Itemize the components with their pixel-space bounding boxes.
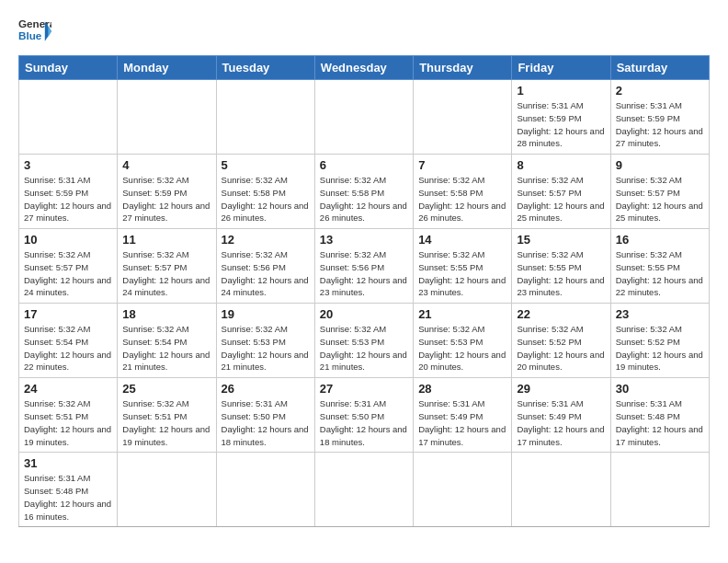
day-number: 8	[517, 158, 605, 172]
logo-icon: General Blue	[18, 15, 51, 48]
day-number: 19	[222, 307, 310, 321]
calendar-cell: 30Sunrise: 5:31 AM Sunset: 5:48 PM Dayli…	[610, 378, 709, 453]
week-row-6: 31Sunrise: 5:31 AM Sunset: 5:48 PM Dayli…	[19, 453, 710, 527]
day-number: 17	[24, 307, 112, 321]
weekday-header-tuesday: Tuesday	[216, 56, 314, 80]
day-info: Sunrise: 5:32 AM Sunset: 5:56 PM Dayligh…	[222, 248, 310, 299]
calendar-cell	[512, 453, 610, 527]
day-number: 11	[122, 233, 210, 247]
day-info: Sunrise: 5:32 AM Sunset: 5:59 PM Dayligh…	[122, 174, 210, 224]
calendar-cell	[414, 453, 512, 527]
weekday-header-friday: Friday	[512, 56, 610, 80]
weekday-header-saturday: Saturday	[610, 56, 709, 80]
calendar-cell: 28Sunrise: 5:31 AM Sunset: 5:49 PM Dayli…	[414, 378, 512, 453]
day-number: 28	[418, 382, 506, 396]
calendar-cell: 15Sunrise: 5:32 AM Sunset: 5:55 PM Dayli…	[512, 229, 610, 304]
calendar-cell: 3Sunrise: 5:31 AM Sunset: 5:59 PM Daylig…	[19, 155, 118, 229]
calendar-cell	[216, 453, 314, 527]
weekday-header-wednesday: Wednesday	[314, 56, 413, 80]
calendar-cell: 29Sunrise: 5:31 AM Sunset: 5:49 PM Dayli…	[512, 378, 610, 453]
day-info: Sunrise: 5:32 AM Sunset: 5:58 PM Dayligh…	[222, 174, 310, 224]
weekday-header-row: SundayMondayTuesdayWednesdayThursdayFrid…	[19, 56, 710, 80]
day-info: Sunrise: 5:31 AM Sunset: 5:48 PM Dayligh…	[616, 397, 704, 448]
day-info: Sunrise: 5:32 AM Sunset: 5:57 PM Dayligh…	[616, 174, 704, 224]
calendar-cell: 4Sunrise: 5:32 AM Sunset: 5:59 PM Daylig…	[118, 155, 216, 229]
day-number: 22	[517, 307, 605, 321]
day-info: Sunrise: 5:32 AM Sunset: 5:54 PM Dayligh…	[24, 323, 112, 373]
day-number: 21	[418, 307, 506, 321]
day-number: 3	[24, 158, 112, 172]
calendar-cell	[216, 80, 314, 155]
day-info: Sunrise: 5:31 AM Sunset: 5:48 PM Dayligh…	[24, 472, 112, 523]
header: General Blue	[18, 15, 710, 48]
day-info: Sunrise: 5:32 AM Sunset: 5:51 PM Dayligh…	[122, 397, 210, 448]
day-info: Sunrise: 5:32 AM Sunset: 5:55 PM Dayligh…	[517, 248, 605, 299]
day-number: 1	[517, 84, 605, 98]
week-row-4: 17Sunrise: 5:32 AM Sunset: 5:54 PM Dayli…	[19, 304, 710, 378]
calendar-cell	[314, 80, 413, 155]
calendar-cell: 31Sunrise: 5:31 AM Sunset: 5:48 PM Dayli…	[19, 453, 118, 527]
calendar-cell: 1Sunrise: 5:31 AM Sunset: 5:59 PM Daylig…	[512, 80, 610, 155]
day-info: Sunrise: 5:32 AM Sunset: 5:56 PM Dayligh…	[320, 248, 408, 299]
day-info: Sunrise: 5:32 AM Sunset: 5:52 PM Dayligh…	[616, 323, 704, 373]
week-row-3: 10Sunrise: 5:32 AM Sunset: 5:57 PM Dayli…	[19, 229, 710, 304]
day-info: Sunrise: 5:31 AM Sunset: 5:49 PM Dayligh…	[418, 397, 506, 448]
day-number: 13	[320, 233, 408, 247]
calendar-cell: 27Sunrise: 5:31 AM Sunset: 5:50 PM Dayli…	[314, 378, 413, 453]
calendar-table: SundayMondayTuesdayWednesdayThursdayFrid…	[18, 55, 710, 527]
day-info: Sunrise: 5:32 AM Sunset: 5:53 PM Dayligh…	[418, 323, 506, 373]
day-info: Sunrise: 5:32 AM Sunset: 5:57 PM Dayligh…	[517, 174, 605, 224]
day-number: 9	[616, 158, 704, 172]
day-number: 27	[320, 382, 408, 396]
calendar-cell: 13Sunrise: 5:32 AM Sunset: 5:56 PM Dayli…	[314, 229, 413, 304]
day-number: 6	[320, 158, 408, 172]
day-info: Sunrise: 5:31 AM Sunset: 5:59 PM Dayligh…	[24, 174, 112, 224]
weekday-header-monday: Monday	[118, 56, 216, 80]
weekday-header-sunday: Sunday	[19, 56, 118, 80]
day-info: Sunrise: 5:32 AM Sunset: 5:55 PM Dayligh…	[616, 248, 704, 299]
day-info: Sunrise: 5:32 AM Sunset: 5:58 PM Dayligh…	[320, 174, 408, 224]
calendar-cell: 17Sunrise: 5:32 AM Sunset: 5:54 PM Dayli…	[19, 304, 118, 378]
week-row-2: 3Sunrise: 5:31 AM Sunset: 5:59 PM Daylig…	[19, 155, 710, 229]
calendar-cell: 21Sunrise: 5:32 AM Sunset: 5:53 PM Dayli…	[414, 304, 512, 378]
calendar-cell: 11Sunrise: 5:32 AM Sunset: 5:57 PM Dayli…	[118, 229, 216, 304]
calendar-cell	[314, 453, 413, 527]
day-info: Sunrise: 5:32 AM Sunset: 5:57 PM Dayligh…	[122, 248, 210, 299]
day-info: Sunrise: 5:32 AM Sunset: 5:51 PM Dayligh…	[24, 397, 112, 448]
calendar-cell	[19, 80, 118, 155]
day-number: 15	[517, 233, 605, 247]
day-number: 18	[122, 307, 210, 321]
calendar-cell: 6Sunrise: 5:32 AM Sunset: 5:58 PM Daylig…	[314, 155, 413, 229]
day-number: 14	[418, 233, 506, 247]
weekday-header-thursday: Thursday	[414, 56, 512, 80]
calendar-cell: 9Sunrise: 5:32 AM Sunset: 5:57 PM Daylig…	[610, 155, 709, 229]
calendar-cell: 22Sunrise: 5:32 AM Sunset: 5:52 PM Dayli…	[512, 304, 610, 378]
calendar-cell: 18Sunrise: 5:32 AM Sunset: 5:54 PM Dayli…	[118, 304, 216, 378]
calendar-cell: 19Sunrise: 5:32 AM Sunset: 5:53 PM Dayli…	[216, 304, 314, 378]
day-number: 7	[418, 158, 506, 172]
calendar-cell: 10Sunrise: 5:32 AM Sunset: 5:57 PM Dayli…	[19, 229, 118, 304]
calendar-cell: 7Sunrise: 5:32 AM Sunset: 5:58 PM Daylig…	[414, 155, 512, 229]
day-info: Sunrise: 5:32 AM Sunset: 5:55 PM Dayligh…	[418, 248, 506, 299]
day-number: 23	[616, 307, 704, 321]
calendar-cell: 5Sunrise: 5:32 AM Sunset: 5:58 PM Daylig…	[216, 155, 314, 229]
day-info: Sunrise: 5:31 AM Sunset: 5:49 PM Dayligh…	[517, 397, 605, 448]
day-number: 29	[517, 382, 605, 396]
day-number: 4	[122, 158, 210, 172]
calendar-cell: 26Sunrise: 5:31 AM Sunset: 5:50 PM Dayli…	[216, 378, 314, 453]
day-number: 12	[222, 233, 310, 247]
calendar-cell	[610, 453, 709, 527]
week-row-1: 1Sunrise: 5:31 AM Sunset: 5:59 PM Daylig…	[19, 80, 710, 155]
day-number: 2	[616, 84, 704, 98]
day-info: Sunrise: 5:32 AM Sunset: 5:53 PM Dayligh…	[222, 323, 310, 373]
day-number: 16	[616, 233, 704, 247]
calendar-cell: 14Sunrise: 5:32 AM Sunset: 5:55 PM Dayli…	[414, 229, 512, 304]
day-info: Sunrise: 5:31 AM Sunset: 5:59 PM Dayligh…	[616, 99, 704, 150]
day-number: 26	[222, 382, 310, 396]
calendar-cell: 16Sunrise: 5:32 AM Sunset: 5:55 PM Dayli…	[610, 229, 709, 304]
day-number: 31	[24, 456, 112, 470]
day-number: 5	[222, 158, 310, 172]
day-number: 24	[24, 382, 112, 396]
calendar-cell	[414, 80, 512, 155]
day-info: Sunrise: 5:32 AM Sunset: 5:54 PM Dayligh…	[122, 323, 210, 373]
